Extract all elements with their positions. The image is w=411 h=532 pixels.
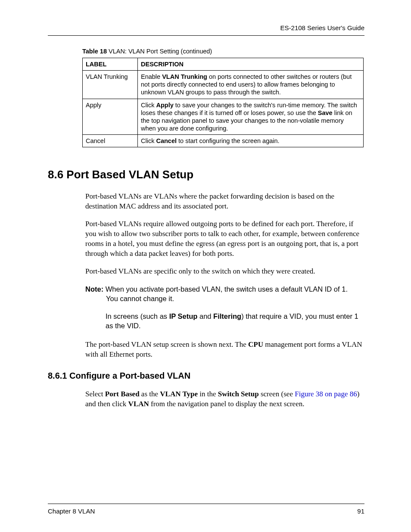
table-row: Apply Click Apply to save your changes t… bbox=[83, 99, 364, 135]
row-description: Click Cancel to start configuring the sc… bbox=[138, 135, 364, 147]
footer-page-number: 91 bbox=[357, 507, 364, 515]
page-footer: Chapter 8 VLAN 91 bbox=[48, 504, 364, 515]
table-header-description: DESCRIPTION bbox=[138, 58, 364, 71]
row-description: Enable VLAN Trunking on ports connected … bbox=[138, 71, 364, 99]
note-text-line2: You cannot change it. bbox=[106, 294, 364, 303]
note-sub-paragraph: In screens (such as IP Setup and Filteri… bbox=[106, 311, 364, 331]
note-block: Note: When you activate port-based VLAN,… bbox=[85, 284, 364, 304]
table-title: VLAN: VLAN Port Setting (continued) bbox=[107, 48, 212, 55]
row-label: Apply bbox=[83, 99, 138, 135]
section-heading: 8.6 Port Based VLAN Setup bbox=[48, 168, 364, 181]
body-paragraph: Port-based VLANs are VLANs where the pac… bbox=[85, 192, 364, 212]
row-label: Cancel bbox=[83, 135, 138, 147]
vlan-port-setting-table: LABEL DESCRIPTION VLAN Trunking Enable V… bbox=[82, 58, 364, 147]
table-row: VLAN Trunking Enable VLAN Trunking on po… bbox=[83, 71, 364, 99]
figure-link[interactable]: Figure 38 on page 86 bbox=[295, 390, 357, 398]
note-text-line1: When you activate port-based VLAN, the s… bbox=[103, 285, 348, 293]
row-description: Click Apply to save your changes to the … bbox=[138, 99, 364, 135]
table-number: Table 18 bbox=[82, 48, 107, 55]
subsection-heading: 8.6.1 Configure a Port-based VLAN bbox=[48, 371, 364, 381]
body-paragraph: Port-based VLANs require allowed outgoin… bbox=[85, 219, 364, 259]
table-row: Cancel Click Cancel to start configuring… bbox=[83, 135, 364, 147]
guide-title: ES-2108 Series User's Guide bbox=[280, 24, 364, 31]
page-header: ES-2108 Series User's Guide bbox=[48, 24, 364, 36]
table-header-label: LABEL bbox=[83, 58, 138, 71]
body-paragraph: Select Port Based as the VLAN Type in th… bbox=[85, 389, 364, 409]
body-paragraph: The port-based VLAN setup screen is show… bbox=[85, 340, 364, 360]
body-paragraph: Port-based VLANs are specific only to th… bbox=[85, 267, 364, 277]
table-caption: Table 18 VLAN: VLAN Port Setting (contin… bbox=[82, 48, 364, 55]
row-label: VLAN Trunking bbox=[83, 71, 138, 99]
note-label: Note: bbox=[85, 285, 103, 293]
footer-chapter: Chapter 8 VLAN bbox=[48, 507, 95, 515]
